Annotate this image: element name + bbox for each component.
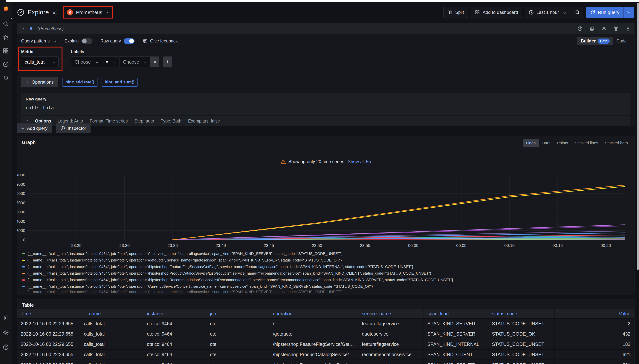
table-cell: otel — [206, 318, 269, 329]
page-scrollbar[interactable] — [636, 2, 639, 364]
legend-item[interactable]: {__name__="calls_total", instance="otelc… — [22, 264, 630, 270]
legend-item[interactable]: {__name__="calls_total", instance="otelc… — [22, 277, 630, 283]
run-query-caret[interactable] — [624, 7, 634, 18]
svg-text:12000: 12000 — [17, 182, 25, 187]
add-operations-button[interactable]: + Operations — [21, 77, 58, 87]
svg-text:23:50: 23:50 — [312, 243, 322, 248]
column-header-operation[interactable]: operation — [269, 309, 358, 318]
svg-text:10000: 10000 — [17, 191, 25, 196]
table-cell: featureflagservice — [358, 318, 424, 329]
sidebar-expand-button[interactable] — [8, 16, 15, 23]
explore-compass-icon[interactable] — [2, 61, 9, 68]
sign-in-icon[interactable] — [2, 314, 9, 321]
svg-text:23:55: 23:55 — [360, 243, 370, 248]
grafana-logo-icon[interactable] — [2, 4, 10, 13]
help-icon[interactable] — [2, 344, 9, 350]
legend-swatch — [22, 266, 25, 268]
settings-gear-icon[interactable] — [2, 329, 9, 336]
remove-label-filter-button[interactable]: × — [150, 56, 160, 67]
starred-icon[interactable] — [2, 34, 9, 41]
clock-icon — [529, 10, 534, 15]
table-cell: SPAN_KIND_SERVER — [424, 329, 488, 339]
scrollbar-thumb[interactable] — [637, 2, 639, 270]
legend-item[interactable]: {__name__="calls_total", instance="otelc… — [22, 250, 630, 257]
collapse-chevron-icon[interactable] — [21, 27, 24, 30]
label-operator-select[interactable]: = — [102, 56, 119, 67]
table-cell: otelcol:9464 — [143, 360, 206, 364]
legend-label: {__name__="calls_total", instance="otelc… — [28, 284, 373, 288]
table-cell: SPAN_KIND_SERVER — [424, 360, 488, 364]
option-summary-item: Legend: Auto — [58, 118, 83, 124]
table-cell: SPAN_KIND_INTERNAL — [424, 339, 488, 350]
time-picker-group: Last 1 hour — [525, 7, 583, 18]
metric-select[interactable]: calls_total — [21, 56, 58, 67]
page-header: Explore Prometheus — [12, 2, 639, 23]
legend-swatch — [22, 280, 25, 280]
column-header-time[interactable]: Time — [17, 309, 80, 318]
table-cell: SPAN_KIND_SERVER — [424, 318, 488, 329]
dashboard-grid-icon — [475, 10, 480, 15]
split-button[interactable]: Split — [443, 7, 468, 18]
column-header-status-code[interactable]: status_code — [488, 309, 554, 318]
hint-button-hint-add-sum-[interactable]: hint: add sum() — [102, 78, 138, 86]
add-query-button[interactable]: + Add query — [17, 124, 52, 133]
column-header--name-[interactable]: __name__ — [80, 309, 143, 318]
code-tab[interactable]: Code — [613, 37, 630, 45]
table-row: 2022-10-16 00:22:29.655calls_totalotelco… — [17, 318, 634, 329]
label-value-select[interactable]: Choose — [120, 56, 150, 67]
legend-label: {__name__="calls_total", instance="otelc… — [28, 265, 413, 269]
explain-toggle-group: Explain — [64, 38, 92, 44]
table-cell: STATUS_CODE_UNSET — [488, 350, 554, 360]
query-patterns-dropdown[interactable]: Query patterns — [21, 38, 56, 44]
help-circle-icon[interactable] — [578, 26, 583, 31]
column-header-job[interactable]: job — [206, 309, 269, 318]
table-cell: otelcol:9464 — [143, 318, 206, 329]
eye-icon[interactable] — [602, 26, 607, 31]
chevron-down-icon — [112, 60, 116, 64]
share-icon[interactable] — [52, 10, 58, 16]
zoom-out-icon — [575, 10, 580, 15]
time-range-button[interactable]: Last 1 hour — [525, 7, 569, 18]
svg-text:14000: 14000 — [17, 173, 25, 177]
inspector-button[interactable]: Inspector — [56, 124, 91, 133]
datasource-name: Prometheus — [76, 10, 102, 15]
column-header-span-kind[interactable]: span_kind — [424, 309, 488, 318]
builder-tab[interactable]: Builder Beta — [578, 37, 613, 45]
table-cell: calls_total — [80, 339, 143, 350]
column-header-value[interactable]: Value — [554, 309, 634, 318]
legend-item[interactable]: {__name__="calls_total", instance="otelc… — [22, 257, 630, 264]
drag-handle-icon[interactable] — [625, 26, 630, 31]
add-label-filter-button[interactable]: + — [163, 56, 172, 67]
raw-query-toggle[interactable] — [124, 38, 134, 44]
svg-text:8000: 8000 — [17, 200, 25, 205]
search-icon[interactable] — [2, 20, 9, 27]
metric-label: Metric — [21, 50, 58, 54]
chevron-down-icon — [52, 39, 56, 43]
time-series-chart[interactable]: 0200040006000800010000120001400023:2523:… — [17, 136, 634, 252]
hint-button-hint-add-rate-[interactable]: hint: add rate() — [62, 78, 98, 86]
legend-item[interactable]: {__name__="calls_total", instance="otelc… — [22, 283, 630, 290]
trash-icon[interactable] — [613, 26, 618, 31]
zoom-out-time-button[interactable] — [572, 7, 583, 18]
label-key-select[interactable]: Choose — [71, 56, 102, 67]
explain-toggle[interactable] — [81, 38, 92, 44]
alerting-bell-icon[interactable] — [2, 74, 9, 81]
table-cell: recommendationservice — [358, 360, 424, 364]
table-cell: calls_total — [80, 318, 143, 329]
plus-icon: + — [26, 79, 28, 85]
datasource-picker[interactable]: Prometheus — [66, 9, 109, 16]
table-cell: STATUS_CODE_UNSET — [488, 339, 554, 350]
legend-label: {__name__="calls_total", instance="otelc… — [28, 271, 431, 276]
dashboards-icon[interactable] — [2, 48, 9, 54]
options-row[interactable]: Options Legend: AutoFormat: Time seriesS… — [21, 116, 630, 126]
svg-text:00:00: 00:00 — [408, 243, 418, 248]
table-cell: /hipstershop.ProductCatalogService/ListP… — [269, 350, 358, 360]
copy-icon[interactable] — [590, 26, 595, 31]
raw-query-text: calls_total — [26, 105, 626, 110]
give-feedback-link[interactable]: Give feedback — [143, 38, 178, 44]
column-header-instance[interactable]: instance — [143, 309, 206, 318]
run-query-button[interactable]: Run query — [586, 7, 634, 18]
add-to-dashboard-button[interactable]: Add to dashboard — [471, 7, 522, 18]
column-header-service-name[interactable]: service_name — [358, 309, 424, 318]
legend-item[interactable]: {__name__="calls_total", instance="otelc… — [22, 270, 630, 277]
